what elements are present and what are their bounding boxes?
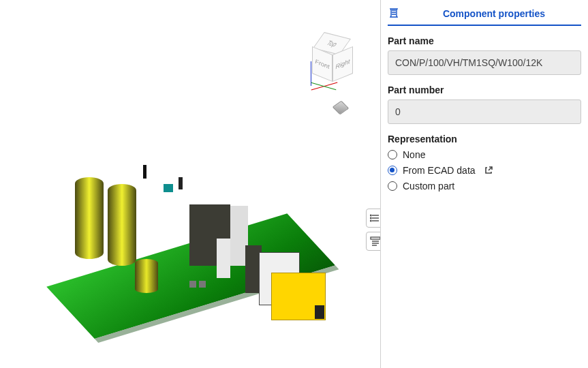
shading-toggle-icon[interactable] [332, 101, 350, 115]
component-smd[interactable] [179, 177, 183, 189]
external-link-icon[interactable] [484, 166, 493, 175]
radio-icon [388, 166, 397, 175]
svg-point-0 [370, 215, 371, 216]
representation-label: Representation [388, 134, 581, 144]
option-label: From ECAD data [403, 165, 476, 176]
part-number-field[interactable] [388, 99, 581, 124]
svg-point-1 [370, 217, 371, 219]
component-smd[interactable] [164, 184, 173, 192]
component-smd[interactable] [315, 305, 324, 319]
properties-panel: Component properties Part name Part numb… [380, 0, 588, 368]
panel-tab-title: Component properties [407, 8, 581, 19]
pcb-model[interactable] [20, 157, 361, 348]
component-block[interactable] [217, 239, 230, 278]
view-cube[interactable]: Top Front Right [305, 35, 358, 89]
part-number-label: Part number [388, 85, 581, 95]
part-name-field[interactable] [388, 50, 581, 75]
3d-viewport[interactable]: Top Front Right [0, 0, 380, 368]
part-name-label: Part name [388, 35, 581, 46]
axis-triad [311, 78, 352, 98]
component-smd[interactable] [199, 281, 206, 288]
list-icon [370, 213, 381, 224]
component-smd[interactable] [143, 165, 146, 179]
representation-option-none[interactable]: None [388, 149, 581, 160]
component-icon [388, 7, 400, 21]
representation-option-custom[interactable]: Custom part [388, 181, 581, 191]
option-label: None [403, 149, 425, 160]
component-capacitor[interactable] [135, 259, 158, 293]
option-label: Custom part [403, 181, 454, 191]
component-capacitor[interactable] [75, 177, 104, 259]
panel-tab[interactable]: Component properties [388, 3, 581, 26]
radio-icon [388, 181, 397, 191]
component-capacitor[interactable] [108, 184, 136, 266]
radio-icon [388, 150, 397, 159]
representation-option-from-ecad[interactable]: From ECAD data [388, 165, 581, 176]
details-icon [370, 236, 381, 247]
component-smd[interactable] [189, 281, 196, 288]
svg-rect-3 [371, 237, 380, 239]
svg-point-2 [370, 220, 371, 221]
